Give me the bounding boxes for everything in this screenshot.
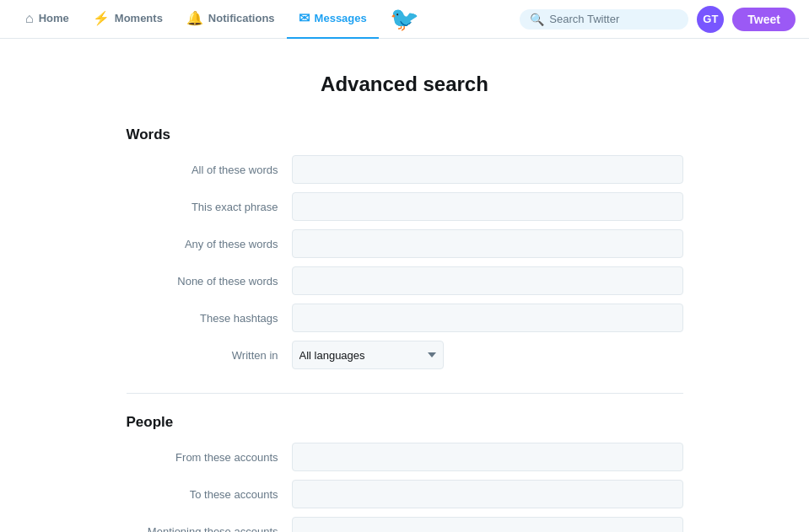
hashtags-row: These hashtags — [127, 304, 683, 332]
exact-phrase-input[interactable] — [292, 192, 683, 221]
words-section: Words All of these words This exact phra… — [127, 126, 683, 369]
to-accounts-row: To these accounts — [127, 480, 683, 508]
nav-notifications[interactable]: 🔔 Notifications — [175, 0, 287, 39]
people-section-title: People — [127, 414, 683, 431]
none-of-these-row: None of these words — [127, 266, 683, 295]
nav-links: ⌂ Home ⚡ Moments 🔔 Notifications ✉ Messa… — [13, 0, 390, 39]
any-of-these-label: Any of these words — [127, 238, 278, 250]
hashtags-label: These hashtags — [127, 312, 278, 325]
avatar-button[interactable]: GT — [697, 6, 724, 33]
mentioning-accounts-row: Mentioning these accounts — [127, 517, 683, 532]
exact-phrase-label: This exact phrase — [127, 201, 278, 213]
messages-icon: ✉ — [299, 10, 310, 26]
all-of-these-input[interactable] — [292, 155, 683, 184]
nav-moments-label: Moments — [115, 12, 163, 24]
exact-phrase-row: This exact phrase — [127, 192, 683, 221]
nav-home-label: Home — [39, 12, 69, 24]
mentioning-accounts-label: Mentioning these accounts — [127, 525, 278, 533]
moments-icon: ⚡ — [93, 10, 110, 26]
home-icon: ⌂ — [25, 11, 34, 26]
to-accounts-label: To these accounts — [127, 488, 278, 501]
page-title: Advanced search — [127, 73, 683, 96]
from-accounts-row: From these accounts — [127, 443, 683, 471]
from-accounts-input[interactable] — [292, 443, 683, 471]
none-of-these-label: None of these words — [127, 275, 278, 287]
none-of-these-input[interactable] — [292, 266, 683, 295]
notifications-icon: 🔔 — [186, 10, 203, 26]
twitter-logo-icon: 🐦 — [390, 5, 419, 33]
navbar-logo: 🐦 — [390, 5, 419, 33]
search-icon: 🔍 — [530, 13, 544, 26]
search-input[interactable] — [549, 13, 678, 25]
any-of-these-row: Any of these words — [127, 229, 683, 258]
words-section-title: Words — [127, 126, 683, 143]
all-of-these-label: All of these words — [127, 164, 278, 176]
nav-notifications-label: Notifications — [208, 12, 275, 24]
written-in-label: Written in — [127, 349, 278, 362]
nav-messages[interactable]: ✉ Messages — [287, 0, 379, 39]
navbar-right: 🔍 GT Tweet — [419, 6, 796, 33]
navbar: ⌂ Home ⚡ Moments 🔔 Notifications ✉ Messa… — [0, 0, 809, 39]
tweet-button[interactable]: Tweet — [732, 8, 796, 31]
written-in-row: Written in All languages English Spanish… — [127, 341, 683, 369]
any-of-these-input[interactable] — [292, 229, 683, 258]
people-section: People From these accounts To these acco… — [127, 414, 683, 532]
nav-messages-label: Messages — [315, 12, 367, 24]
search-bar[interactable]: 🔍 — [520, 9, 688, 30]
mentioning-accounts-input[interactable] — [292, 517, 683, 532]
to-accounts-input[interactable] — [292, 480, 683, 508]
main-content: Advanced search Words All of these words… — [110, 39, 700, 532]
nav-home[interactable]: ⌂ Home — [13, 0, 81, 39]
avatar-initials: GT — [703, 13, 718, 25]
all-of-these-row: All of these words — [127, 155, 683, 184]
nav-moments[interactable]: ⚡ Moments — [81, 0, 175, 39]
from-accounts-label: From these accounts — [127, 451, 278, 464]
words-people-divider — [127, 393, 683, 394]
language-select[interactable]: All languages English Spanish French Ger… — [292, 341, 444, 369]
tweet-button-label: Tweet — [747, 13, 780, 26]
hashtags-input[interactable] — [292, 304, 683, 332]
